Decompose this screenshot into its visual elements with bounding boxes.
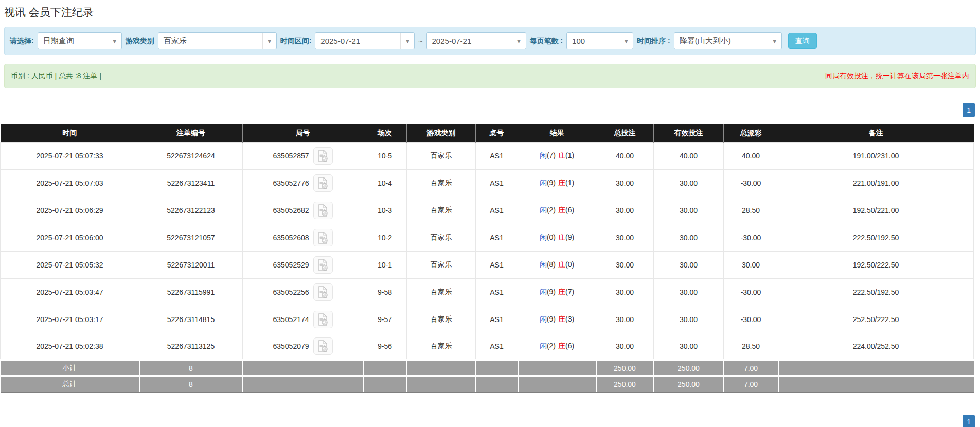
session-cell: 9-56 — [363, 333, 407, 360]
payout-cell: 40.00 — [724, 142, 778, 169]
round-cell: 635052608 — [243, 224, 363, 251]
banker-result-label: 庄 — [558, 260, 565, 269]
time-cell: 2025-07-21 05:03:47 — [1, 278, 139, 306]
video-replay-button[interactable] — [313, 256, 333, 274]
video-record-icon — [317, 286, 329, 298]
table-no-cell: AS1 — [476, 142, 518, 169]
bet-id-cell: 522673121057 — [139, 224, 243, 251]
bet-record-row: 2025-07-21 05:05:32522673120011635052529… — [1, 251, 974, 278]
table-no-cell: AS1 — [476, 333, 518, 360]
total-bet-cell[interactable]: 40.00 — [596, 142, 654, 169]
session-cell: 10-5 — [363, 142, 407, 169]
filter-bar: 请选择: 日期查询 ▼ 游戏类别 百家乐 ▼ 时间区间: 2025-07-21 … — [4, 27, 976, 55]
bet-id-cell: 522673113125 — [139, 333, 243, 360]
pagination-bottom: 1 — [5, 415, 975, 427]
payout-cell: -30.00 — [724, 278, 778, 306]
chevron-down-icon: ▼ — [619, 33, 633, 49]
total-count: 8 — [139, 376, 243, 392]
per-page-select[interactable]: 100 ▼ — [566, 32, 633, 49]
round-id: 635052529 — [273, 261, 309, 269]
remark-cell: 192.50/221.00 — [778, 197, 974, 224]
video-record-icon — [317, 340, 329, 352]
video-replay-button[interactable] — [313, 311, 333, 328]
col-header-payout: 总派彩 — [724, 124, 778, 142]
result-cell: 闲(7)庄(1) — [518, 142, 596, 169]
remark-cell: 252.50/222.50 — [778, 306, 974, 333]
col-header-bet-id: 注单编号 — [139, 124, 243, 142]
col-header-round: 局号 — [243, 124, 363, 142]
col-header-time: 时间 — [1, 124, 139, 142]
valid-bet-cell: 40.00 — [654, 142, 724, 169]
player-result-label: 闲 — [540, 179, 547, 187]
result-cell: 闲(0)庄(9) — [518, 224, 596, 251]
time-sort-label: 时间排序 : — [637, 37, 670, 46]
banker-result-score: (1) — [565, 179, 574, 187]
date-to-select[interactable]: 2025-07-21 ▼ — [426, 32, 526, 49]
page-1-button[interactable]: 1 — [963, 415, 975, 427]
total-bet-cell[interactable]: 30.00 — [596, 169, 654, 197]
bet-id-cell: 522673123411 — [139, 169, 243, 197]
range-separator: ~ — [418, 37, 422, 45]
subtotal-label: 小计 — [1, 360, 139, 376]
col-header-remark: 备注 — [778, 124, 974, 142]
time-cell: 2025-07-21 05:06:00 — [1, 224, 139, 251]
total-empty-cell — [778, 376, 974, 392]
query-mode-select[interactable]: 日期查询 ▼ — [38, 32, 122, 49]
video-replay-button[interactable] — [313, 337, 333, 355]
player-result-score: (7) — [547, 151, 556, 159]
bet-record-row: 2025-07-21 05:06:29522673122123635052682… — [1, 197, 974, 224]
video-replay-button[interactable] — [313, 283, 333, 301]
video-record-icon — [317, 232, 329, 244]
total-bet-cell[interactable]: 30.00 — [596, 224, 654, 251]
total-bet-cell[interactable]: 30.00 — [596, 333, 654, 360]
per-page-value: 100 — [572, 37, 585, 45]
total-bet-cell[interactable]: 30.00 — [596, 197, 654, 224]
remark-cell: 222.50/192.50 — [778, 224, 974, 251]
date-from-select[interactable]: 2025-07-21 ▼ — [315, 32, 415, 49]
table-no-cell: AS1 — [476, 278, 518, 306]
banker-result-label: 庄 — [558, 315, 565, 323]
session-cell: 10-1 — [363, 251, 407, 278]
player-result-score: (9) — [547, 315, 556, 323]
payout-cell: -30.00 — [724, 169, 778, 197]
total-bet-cell[interactable]: 30.00 — [596, 278, 654, 306]
video-replay-button[interactable] — [313, 147, 333, 165]
player-result-score: (9) — [547, 288, 556, 296]
player-result-label: 闲 — [540, 342, 547, 350]
video-replay-button[interactable] — [313, 202, 333, 219]
subtotal-count: 8 — [139, 360, 243, 376]
round-id: 635052682 — [273, 206, 309, 215]
result-cell: 闲(8)庄(0) — [518, 251, 596, 278]
subtotal-empty-cell — [243, 360, 363, 376]
game-type-cell: 百家乐 — [407, 333, 476, 360]
query-mode-label: 请选择: — [10, 37, 34, 46]
game-type-cell: 百家乐 — [407, 278, 476, 306]
search-button[interactable]: 查询 — [788, 33, 817, 49]
video-replay-button[interactable] — [313, 174, 333, 192]
page-1-button[interactable]: 1 — [963, 103, 975, 117]
banker-result-label: 庄 — [558, 233, 565, 241]
subtotal-empty-cell — [476, 360, 518, 376]
total-payout: 7.00 — [724, 376, 778, 392]
chevron-down-icon: ▼ — [400, 33, 414, 49]
table-no-cell: AS1 — [476, 197, 518, 224]
player-result-score: (8) — [547, 260, 556, 269]
video-replay-button[interactable] — [313, 229, 333, 246]
bet-record-row: 2025-07-21 05:03:17522673114815635052174… — [1, 306, 974, 333]
chevron-down-icon: ▼ — [768, 33, 781, 49]
game-type-select[interactable]: 百家乐 ▼ — [158, 32, 277, 49]
time-cell: 2025-07-21 05:07:33 — [1, 142, 139, 169]
total-bet-cell[interactable]: 30.00 — [596, 306, 654, 333]
chevron-down-icon: ▼ — [512, 33, 526, 49]
player-result-score: (2) — [547, 206, 556, 214]
date-to-value: 2025-07-21 — [432, 37, 472, 45]
payout-cell: 30.00 — [724, 251, 778, 278]
payout-cell: 28.50 — [724, 197, 778, 224]
banker-result-score: (7) — [565, 288, 574, 296]
player-result-label: 闲 — [540, 260, 547, 269]
time-sort-select[interactable]: 降幂(由大到小) ▼ — [674, 32, 782, 49]
banker-result-score: (1) — [565, 151, 574, 159]
total-bet-cell[interactable]: 30.00 — [596, 251, 654, 278]
time-cell: 2025-07-21 05:07:03 — [1, 169, 139, 197]
round-cell: 635052857 — [243, 142, 363, 169]
